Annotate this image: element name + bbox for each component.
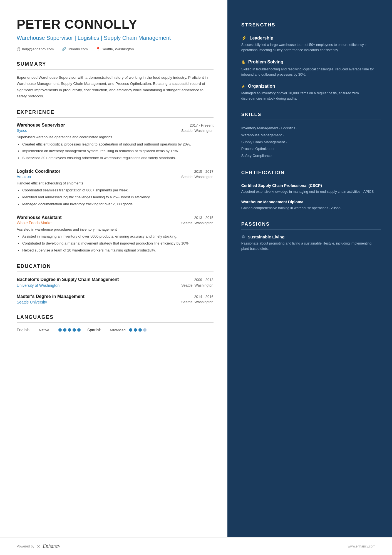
exp-location-2: Seattle, Washington <box>181 175 214 179</box>
contact-linkedin: 🔗 linkedin.com <box>61 47 88 51</box>
bullet-2-3: Managed documentation and inventory trac… <box>22 201 214 207</box>
skills-line-2: Warehouse Management · <box>241 132 381 139</box>
languages-title: LANGUAGES <box>17 314 214 323</box>
main-content: PETER CONNOLLY Warehouse Supervisor | Lo… <box>0 0 392 537</box>
edu-school-row-1: University of Washington Seattle, Washin… <box>17 283 214 288</box>
puzzle-icon: ♞ <box>241 59 245 65</box>
contact-row: @ help@enhancv.com 🔗 linkedin.com 📍 Seat… <box>17 47 214 51</box>
skills-line-5: Safety Compliance <box>241 152 381 159</box>
strength-title-3: Organization <box>248 84 275 89</box>
exp-desc-3: Assisted in warehouse procedures and inv… <box>17 227 214 232</box>
edu-school-row-2: Seattle University Seattle, Washington <box>17 300 214 304</box>
exp-item-3: Warehouse Assistant 2013 - 2015 Whole Fo… <box>17 215 214 253</box>
strength-title-2: Problem Solving <box>248 60 283 65</box>
edu-item-2: Master's Degree in Management 2014 - 201… <box>17 294 214 305</box>
skills-line-3: Supply Chain Management · <box>241 139 381 146</box>
exp-dates-2: 2015 - 2017 <box>194 169 213 174</box>
skills-text: Inventory Management · Logistics · Wareh… <box>241 125 381 159</box>
bullet-1-2: Implemented an inventory management syst… <box>22 148 214 154</box>
strength-header-3: ★ Organization <box>241 84 381 89</box>
edu-dates-2: 2014 - 2016 <box>194 295 213 299</box>
email-icon: @ <box>17 47 21 51</box>
certification-title: CERTIFICATION <box>241 170 381 178</box>
edu-location-1: Seattle, Washington <box>181 283 214 288</box>
exp-location-3: Seattle, Washington <box>181 221 214 225</box>
edu-header-2: Master's Degree in Management 2014 - 201… <box>17 294 214 300</box>
edu-dates-1: 2009 - 2013 <box>194 278 213 282</box>
strength-desc-2: Skilled in troubleshooting and resolving… <box>241 67 381 78</box>
dot-e5 <box>77 328 81 332</box>
exp-company-3: Whole Foods Market <box>17 221 53 225</box>
exp-bullets-2: Coordinated seamless transportation of 8… <box>22 188 214 207</box>
strength-item-3: ★ Organization Managed an inventory of o… <box>241 84 381 102</box>
cert-title-2: Warehouse Management Diploma <box>241 199 381 204</box>
left-panel: PETER CONNOLLY Warehouse Supervisor | Lo… <box>0 0 227 537</box>
exp-bullets-3: Assisted in managing an inventory of ove… <box>22 234 214 253</box>
strength-header-1: ⚡ Leadership <box>241 35 381 41</box>
contact-location: 📍 Seattle, Washington <box>96 47 134 51</box>
cert-item-1: Certified Supply Chain Professional (CSC… <box>241 183 381 194</box>
bullet-3-3: Helped supervise a team of 20 warehouse … <box>22 248 214 253</box>
strengths-title: STRENGTHS <box>241 22 381 30</box>
exp-location-1: Seattle, Washington <box>181 129 214 133</box>
exp-title-3: Warehouse Assistant <box>17 215 62 220</box>
passion-header-1: ♻ Sustainable Living <box>241 235 381 240</box>
strength-item-1: ⚡ Leadership Successfully led a large wa… <box>241 35 381 53</box>
language-row: English Native Spanish Advance <box>17 328 214 332</box>
location-text: Seattle, Washington <box>102 47 134 51</box>
leaf-icon: ♻ <box>241 235 245 240</box>
lang-name-english: English <box>17 328 36 332</box>
exp-dates-1: 2017 - Present <box>190 123 214 127</box>
lang-dots-spanish <box>129 328 147 332</box>
exp-company-1: Sysco <box>17 128 27 133</box>
strength-desc-3: Managed an inventory of over 10,000 item… <box>241 91 381 102</box>
summary-section: SUMMARY Experienced Warehouse Supervisor… <box>17 61 214 99</box>
star-icon: ★ <box>241 84 245 89</box>
passion-desc-1: Passionate about promoting and living a … <box>241 241 381 252</box>
edu-header-1: Bachelor's Degree in Supply Chain Manage… <box>17 277 214 283</box>
email-text: help@enhancv.com <box>22 47 54 51</box>
edu-school-1: University of Washington <box>17 283 59 288</box>
right-panel: STRENGTHS ⚡ Leadership Successfully led … <box>227 0 392 537</box>
lang-level-english: Native <box>39 328 56 332</box>
dot-s4 <box>143 328 147 332</box>
candidate-title: Warehouse Supervisor | Logistics | Suppl… <box>17 34 214 42</box>
skills-section: SKILLS Inventory Management · Logistics … <box>241 112 381 159</box>
exp-item-1: Warehouse Supervisor 2017 - Present Sysc… <box>17 123 214 161</box>
cert-desc-2: Gained comprehensive training in warehou… <box>241 206 381 211</box>
languages-section: LANGUAGES English Native <box>17 314 214 332</box>
bullet-2-2: Identified and addressed logistic challe… <box>22 194 214 200</box>
exp-company-2: Amazon <box>17 174 31 179</box>
strengths-section: STRENGTHS ⚡ Leadership Successfully led … <box>241 22 381 101</box>
dot-s2 <box>134 328 137 332</box>
passion-item-1: ♻ Sustainable Living Passionate about pr… <box>241 235 381 252</box>
footer: Powered by ∞ Enhancv www.enhancv.com <box>0 537 392 555</box>
lang-name-spanish: Spanish <box>87 328 107 332</box>
summary-title: SUMMARY <box>17 61 214 70</box>
contact-email: @ help@enhancv.com <box>17 47 54 51</box>
cert-item-2: Warehouse Management Diploma Gained comp… <box>241 199 381 211</box>
passions-title: PASSIONS <box>241 221 381 230</box>
skills-title: SKILLS <box>241 112 381 120</box>
exp-desc-2: Handled efficient scheduling of shipment… <box>17 181 214 186</box>
edu-degree-2: Master's Degree in Management <box>17 294 85 300</box>
resume-wrapper: PETER CONNOLLY Warehouse Supervisor | Lo… <box>0 0 392 555</box>
enhancv-logo-symbol: ∞ <box>36 543 40 549</box>
exp-company-row-1: Sysco Seattle, Washington <box>17 128 214 133</box>
strength-item-2: ♞ Problem Solving Skilled in troubleshoo… <box>241 59 381 78</box>
cert-desc-1: Acquired extensive knowledge in managing… <box>241 189 381 194</box>
skills-line-1: Inventory Management · Logistics · <box>241 125 381 132</box>
edu-item-1: Bachelor's Degree in Supply Chain Manage… <box>17 277 214 288</box>
dot-s3 <box>138 328 142 332</box>
bullet-3-2: Contributed to developing a material mov… <box>22 241 214 246</box>
experience-title: EXPERIENCE <box>17 109 214 118</box>
strength-title-1: Leadership <box>250 36 273 41</box>
certification-section: CERTIFICATION Certified Supply Chain Pro… <box>241 170 381 211</box>
exp-title-2: Logistic Coordinator <box>17 169 60 174</box>
enhancv-brand: Enhancv <box>43 543 60 549</box>
location-icon: 📍 <box>96 47 100 51</box>
skills-line-4: Process Optimization · <box>241 145 381 152</box>
education-section: EDUCATION Bachelor's Degree in Supply Ch… <box>17 263 214 305</box>
dot-e3 <box>68 328 71 332</box>
bullet-1-3: Supervised 30+ employees ensuring adhere… <box>22 155 214 161</box>
